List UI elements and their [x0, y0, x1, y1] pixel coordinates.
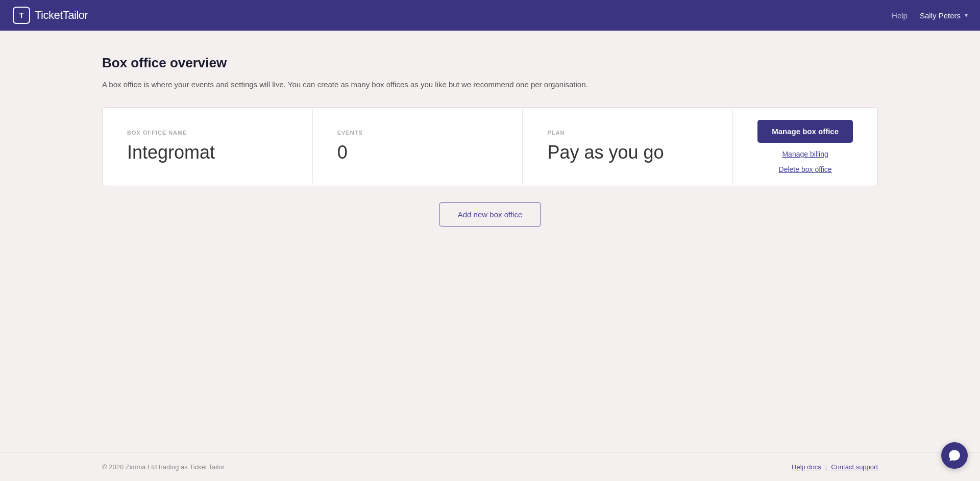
card-actions: Manage box office Manage billing Delete … — [733, 108, 877, 186]
manage-billing-link[interactable]: Manage billing — [782, 150, 828, 158]
plan-section: PLAN Pay as you go — [523, 109, 733, 184]
chat-button[interactable] — [941, 442, 968, 469]
manage-box-office-button[interactable]: Manage box office — [757, 120, 853, 143]
logo-text: TicketTailor — [35, 9, 88, 22]
box-office-name-label: BOX OFFICE NAME — [127, 130, 288, 136]
logo-icon: T — [12, 6, 31, 24]
chat-icon — [948, 449, 961, 462]
footer: © 2020 Zimma Ltd trading as Ticket Tailo… — [0, 452, 980, 481]
help-docs-link[interactable]: Help docs — [792, 463, 821, 471]
add-new-box-office-button[interactable]: Add new box office — [439, 202, 541, 226]
events-label: EVENTS — [337, 130, 498, 136]
box-office-card: BOX OFFICE NAME Integromat EVENTS 0 PLAN… — [102, 107, 878, 186]
main-content: Box office overview A box office is wher… — [0, 31, 980, 452]
footer-copyright: © 2020 Zimma Ltd trading as Ticket Tailo… — [102, 463, 225, 471]
plan-label: PLAN — [547, 130, 708, 136]
page-description: A box office is where your events and se… — [102, 79, 878, 91]
contact-support-link[interactable]: Contact support — [831, 463, 878, 471]
add-new-container: Add new box office — [102, 202, 878, 226]
box-office-name-value: Integromat — [127, 142, 288, 163]
events-section: EVENTS 0 — [313, 109, 523, 184]
header: T TicketTailor Help Sally Peters ▾ — [0, 0, 980, 31]
box-office-name-section: BOX OFFICE NAME Integromat — [103, 109, 313, 184]
plan-value: Pay as you go — [547, 142, 708, 163]
header-right: Help Sally Peters ▾ — [892, 11, 968, 20]
events-value: 0 — [337, 142, 498, 163]
svg-text:T: T — [19, 11, 24, 19]
delete-box-office-link[interactable]: Delete box office — [779, 165, 832, 173]
page-title: Box office overview — [102, 55, 878, 71]
user-menu[interactable]: Sally Peters ▾ — [920, 11, 968, 20]
user-name: Sally Peters — [920, 11, 961, 20]
chevron-down-icon: ▾ — [965, 12, 968, 19]
help-link[interactable]: Help — [892, 11, 908, 20]
footer-links: Help docs | Contact support — [792, 463, 878, 471]
footer-separator: | — [825, 463, 827, 471]
logo[interactable]: T TicketTailor — [12, 6, 88, 24]
